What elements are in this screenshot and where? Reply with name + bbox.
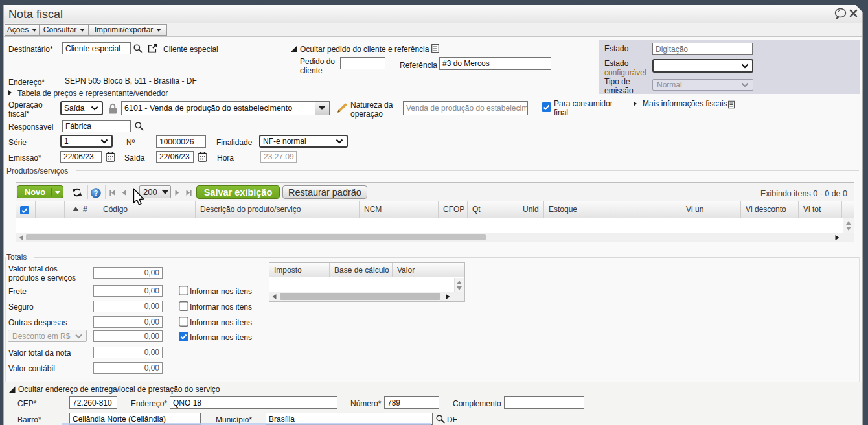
svg-text:?: ? [94, 189, 98, 197]
